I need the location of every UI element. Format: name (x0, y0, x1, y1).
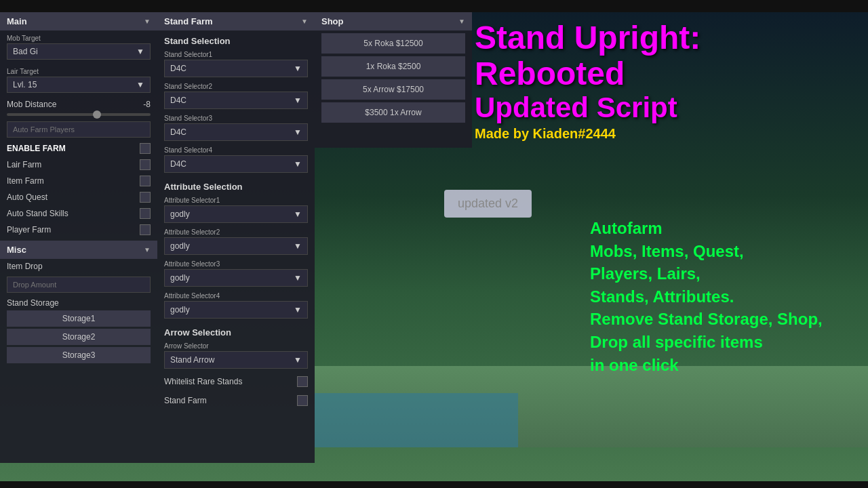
attr-selector2-dropdown[interactable]: godly ▼ (164, 237, 308, 255)
arrow-selector-label: Arrow Selector (164, 342, 308, 350)
mob-distance-slider-container (0, 112, 157, 119)
made-by: Made by Kiaden#2444 (475, 126, 848, 142)
stand-selector4-dropdown[interactable]: D4C ▼ (164, 155, 308, 173)
feature-line3: Players, Lairs, (590, 262, 823, 285)
auto-stand-skills-row: Auto Stand Skills (0, 205, 157, 222)
arrow-selector-group: Arrow Selector Stand Arrow ▼ (157, 340, 315, 372)
misc-header: Misc ▼ (0, 241, 157, 259)
storage2-button[interactable]: Storage2 (7, 329, 151, 345)
item-farm-row: Item Farm (0, 173, 157, 189)
auto-quest-checkbox[interactable] (140, 192, 151, 203)
auto-farm-players-input[interactable] (7, 121, 151, 138)
attr-selector1-label: Attribute Selector1 (164, 197, 308, 204)
storage1-button[interactable]: Storage1 (7, 310, 151, 327)
feature-line7: in one click (590, 354, 823, 377)
stand-selector1-arrow: ▼ (294, 64, 302, 73)
attr-selector4-value: godly (170, 305, 190, 314)
player-farm-checkbox[interactable] (140, 224, 151, 235)
attr-selector2-label: Attribute Selector2 (164, 228, 308, 236)
feature-line6: Drop all specific items (590, 331, 823, 354)
attr-selector2-value: godly (170, 241, 190, 251)
item-farm-checkbox[interactable] (140, 176, 151, 186)
mob-target-label: Mob Target (7, 35, 151, 42)
shop-panel-arrow: ▼ (458, 18, 465, 25)
feature-line5: Remove Stand Storage, Shop, (590, 308, 823, 331)
auto-quest-row: Auto Quest (0, 189, 157, 205)
attr-selector1-arrow: ▼ (294, 209, 302, 219)
lair-target-dropdown[interactable]: Lvl. 15 ▼ (7, 77, 151, 93)
attr-selector3-arrow: ▼ (294, 273, 302, 283)
mob-target-group: Mob Target Bad Gi ▼ (0, 30, 157, 64)
lair-farm-row: Lair Farm (0, 157, 157, 173)
lair-farm-label: Lair Farm (7, 160, 41, 169)
shop-btn-1x-arrow-3500[interactable]: $3500 1x Arrow (321, 102, 465, 123)
shop-btn-5x-arrow[interactable]: 5x Arrow $17500 (321, 79, 465, 100)
auto-stand-skills-label: Auto Stand Skills (7, 209, 68, 218)
arrow-selector-dropdown[interactable]: Stand Arrow ▼ (164, 351, 308, 369)
shop-panel-title: Shop (321, 16, 344, 26)
stand-storage-label: Stand Storage (7, 298, 151, 308)
shop-btn-1x-roka[interactable]: 1x Roka $2500 (321, 56, 465, 77)
stand-selector2-arrow: ▼ (294, 96, 302, 105)
stand-selector2-dropdown[interactable]: D4C ▼ (164, 92, 308, 109)
arrow-selector-arrow: ▼ (294, 355, 302, 365)
arrow-selection-title: Arrow Selection (157, 322, 315, 340)
attr-selector3-label: Attribute Selector3 (164, 260, 308, 268)
lair-target-label: Lair Target (7, 68, 151, 75)
attr-selector2-arrow: ▼ (294, 241, 302, 251)
mob-distance-slider-track[interactable] (7, 113, 151, 116)
lair-farm-checkbox[interactable] (140, 159, 151, 170)
feature-line4: Stands, Attributes. (590, 285, 823, 308)
attr-selector4-group: Attribute Selector4 godly ▼ (157, 290, 315, 322)
storage3-button[interactable]: Storage3 (7, 347, 151, 363)
whitelist-rare-stands-row: Whitelist Rare Stands (157, 372, 315, 391)
player-farm-row: Player Farm (0, 222, 157, 238)
attr-selector1-value: godly (170, 209, 190, 219)
feature-line1: Autofarm (590, 217, 823, 240)
shop-btn-5x-roka[interactable]: 5x Roka $12500 (321, 33, 465, 54)
auto-quest-label: Auto Quest (7, 192, 47, 202)
drop-amount-wrapper (0, 274, 157, 296)
arrow-selector-value: Stand Arrow (170, 355, 214, 365)
main-panel-arrow: ▼ (144, 18, 151, 25)
stand-selection-title: Stand Selection (157, 30, 315, 49)
stand-selector2-label: Stand Selector2 (164, 83, 308, 90)
stand-selector1-value: D4C (170, 64, 186, 73)
mob-distance-slider-thumb[interactable] (93, 110, 101, 119)
standfarm-panel-arrow: ▼ (301, 18, 308, 25)
stand-selector3-value: D4C (170, 127, 186, 137)
enable-farm-checkbox[interactable] (140, 143, 151, 154)
stand-selector2-value: D4C (170, 96, 186, 105)
stand-farm-checkbox[interactable] (297, 395, 308, 406)
attr-selector1-dropdown[interactable]: godly ▼ (164, 205, 308, 223)
auto-stand-skills-checkbox[interactable] (140, 208, 151, 219)
main-panel-title: Main (7, 16, 27, 26)
mob-target-value: Bad Gi (13, 47, 38, 56)
attr-selector4-dropdown[interactable]: godly ▼ (164, 301, 308, 319)
mob-target-dropdown[interactable]: Bad Gi ▼ (7, 43, 151, 60)
attr-selector4-label: Attribute Selector4 (164, 292, 308, 300)
mob-distance-value: -8 (143, 100, 151, 109)
item-drop-label: Item Drop (7, 262, 43, 271)
stand-selector4-value: D4C (170, 159, 186, 169)
whitelist-rare-stands-label: Whitelist Rare Stands (164, 377, 242, 386)
stand-farm-toggle-row: Stand Farm (157, 391, 315, 410)
title-line1: Stand Upright: Rebooted (475, 20, 848, 92)
mob-distance-row: Mob Distance -8 (0, 97, 157, 112)
attr-selector3-dropdown[interactable]: godly ▼ (164, 269, 308, 287)
attr-selector2-group: Attribute Selector2 godly ▼ (157, 226, 315, 258)
top-bar (0, 0, 868, 12)
whitelist-rare-stands-checkbox[interactable] (297, 376, 308, 387)
stand-selector3-dropdown[interactable]: D4C ▼ (164, 123, 308, 141)
stand-selector1-group: Stand Selector1 D4C ▼ (157, 49, 315, 81)
standfarm-panel-title: Stand Farm (164, 16, 213, 26)
auto-farm-input-wrapper (0, 119, 157, 140)
stand-selector4-group: Stand Selector4 D4C ▼ (157, 144, 315, 176)
drop-amount-input[interactable] (7, 277, 151, 293)
lair-target-arrow: ▼ (136, 80, 144, 89)
standfarm-panel-header: Stand Farm ▼ (157, 12, 315, 30)
misc-section: Misc ▼ Item Drop Stand Storage Storage1 … (0, 241, 157, 368)
updated-tooltip: updated v2 (444, 190, 532, 218)
stand-selector1-dropdown[interactable]: D4C ▼ (164, 60, 308, 77)
shop-panel-header: Shop ▼ (315, 12, 472, 30)
